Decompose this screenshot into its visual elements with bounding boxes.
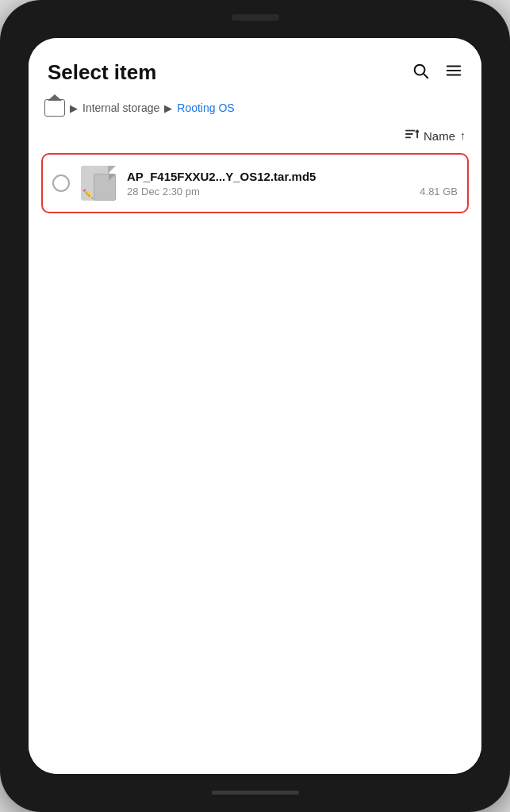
file-date: 28 Dec 2:30 pm bbox=[127, 186, 200, 197]
app-header: Select item bbox=[29, 38, 481, 94]
file-overlay-fold bbox=[109, 174, 115, 181]
svg-line-1 bbox=[424, 74, 428, 78]
file-overlay bbox=[94, 174, 116, 201]
file-size: 4.81 GB bbox=[420, 186, 458, 197]
breadcrumb-separator-1: ▶ bbox=[70, 102, 78, 114]
sort-icon[interactable] bbox=[405, 128, 419, 144]
page-title: Select item bbox=[48, 60, 156, 85]
header-icons bbox=[412, 62, 462, 84]
sort-bar: Name ↑ bbox=[29, 124, 481, 150]
breadcrumb-separator-2: ▶ bbox=[164, 102, 172, 114]
file-radio[interactable] bbox=[52, 174, 70, 192]
screen: Select item ▶ bbox=[29, 38, 481, 774]
search-icon[interactable] bbox=[412, 62, 429, 84]
sort-label[interactable]: Name bbox=[424, 129, 455, 143]
file-fold bbox=[108, 166, 116, 174]
file-edit-icon: ✏️ bbox=[82, 189, 94, 199]
file-item[interactable]: ✏️ AP_F415FXXU2...Y_OS12.tar.md5 28 Dec … bbox=[41, 153, 469, 213]
menu-icon[interactable] bbox=[445, 62, 462, 84]
file-info: AP_F415FXXU2...Y_OS12.tar.md5 28 Dec 2:3… bbox=[127, 170, 458, 197]
file-list: ✏️ AP_F415FXXU2...Y_OS12.tar.md5 28 Dec … bbox=[29, 150, 481, 774]
breadcrumb: ▶ Internal storage ▶ Rooting OS bbox=[29, 94, 481, 124]
sort-arrow[interactable]: ↑ bbox=[460, 129, 466, 142]
file-meta: 28 Dec 2:30 pm 4.81 GB bbox=[127, 186, 458, 197]
file-name: AP_F415FXXU2...Y_OS12.tar.md5 bbox=[127, 170, 458, 183]
breadcrumb-rooting-os[interactable]: Rooting OS bbox=[177, 102, 234, 114]
breadcrumb-internal-storage[interactable]: Internal storage bbox=[82, 102, 159, 114]
phone-frame: Select item ▶ bbox=[0, 0, 510, 812]
file-icon: ✏️ bbox=[81, 166, 116, 201]
home-icon[interactable] bbox=[44, 99, 65, 117]
